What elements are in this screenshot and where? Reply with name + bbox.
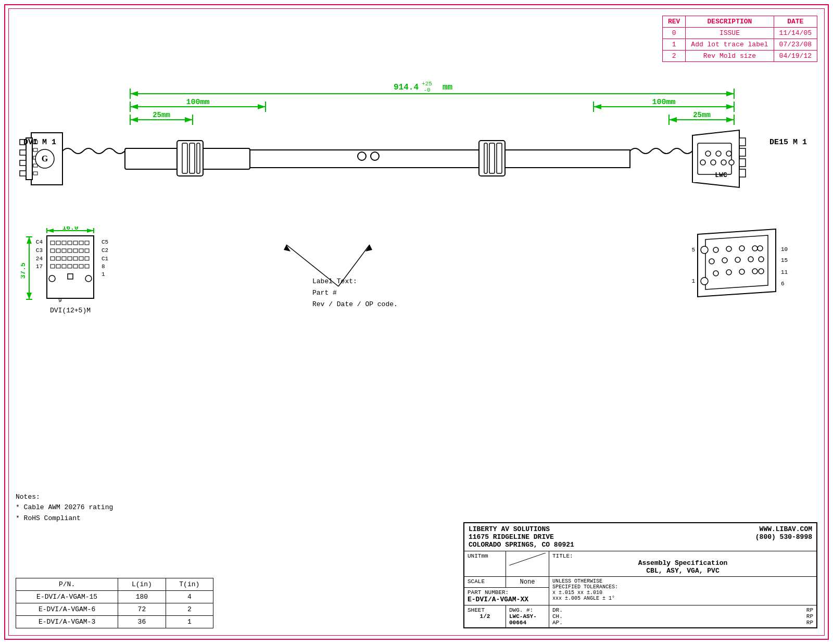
svg-rect-109 <box>62 264 66 268</box>
svg-rect-49 <box>484 143 487 173</box>
svg-text:G: G <box>42 154 48 163</box>
svg-rect-114 <box>68 274 73 279</box>
label-arrows <box>234 203 443 307</box>
svg-point-56 <box>716 151 721 156</box>
svg-text:15: 15 <box>781 257 788 263</box>
svg-marker-25 <box>726 104 734 109</box>
svg-text:-0: -0 <box>423 87 430 93</box>
svg-rect-105 <box>79 257 83 260</box>
svg-rect-100 <box>51 257 55 260</box>
notes-item-2: * RoHS Compliant <box>16 513 113 524</box>
svg-text:1: 1 <box>691 278 695 284</box>
svg-text:914.4: 914.4 <box>394 83 419 92</box>
rev-0: 0 <box>662 28 685 39</box>
svg-rect-102 <box>62 257 66 260</box>
dwg-value: LWC-ASY-00664 <box>509 613 546 626</box>
parts-table: P/N. L(in) T(in) E-DVI/A-VGAM-15 180 4 E… <box>16 578 213 628</box>
svg-text:C3: C3 <box>36 247 43 254</box>
scale-label: SCALE <box>464 577 506 588</box>
svg-line-157 <box>509 553 546 565</box>
svg-point-47 <box>371 152 379 160</box>
svg-text:5: 5 <box>691 247 695 253</box>
rev-0-desc: ISSUE <box>686 28 774 39</box>
sheet-value: 1/2 <box>468 613 502 620</box>
svg-rect-91 <box>79 241 83 245</box>
svg-line-155 <box>338 245 370 286</box>
svg-rect-108 <box>56 264 60 268</box>
svg-rect-54 <box>698 143 731 174</box>
svg-rect-98 <box>79 249 83 252</box>
svg-rect-93 <box>51 249 55 252</box>
svg-point-136 <box>722 258 727 263</box>
scale-value: None <box>506 577 549 588</box>
company-address2: COLORADO SPRINGS, CO 80921 <box>469 541 574 549</box>
svg-text:100mm: 100mm <box>186 98 209 107</box>
company-address1: 11675 RIDGELINE DRIVE <box>469 533 554 541</box>
part-row-1-pn: E-DVI/A-VGAM-15 <box>16 591 118 603</box>
dvi-label: DVI M 1 <box>23 138 56 147</box>
company-phone: (800) 530-8998 <box>755 533 812 541</box>
svg-point-131 <box>726 246 731 251</box>
rev-table: REV DESCRIPTION DATE 0 ISSUE 11/14/05 1 … <box>662 16 817 62</box>
svg-rect-107 <box>51 264 55 268</box>
svg-marker-19 <box>185 117 193 122</box>
rev-header: REV <box>662 16 685 28</box>
company-name: LIBERTY AV SOLUTIONS <box>469 525 550 533</box>
dvi-detail: 16.0 37.5 C4 C3 24 17 C5 C2 C1 8 1 9 <box>21 226 146 331</box>
svg-point-133 <box>752 246 758 251</box>
svg-rect-97 <box>73 249 78 252</box>
title-label: TITLE: <box>552 553 813 559</box>
svg-point-146 <box>701 277 708 285</box>
svg-marker-30 <box>669 117 677 122</box>
svg-rect-112 <box>79 264 83 268</box>
svg-marker-13 <box>258 104 266 109</box>
part-row-1-t: 4 <box>166 591 213 603</box>
dr-label: DR. <box>552 607 563 613</box>
svg-text:17: 17 <box>36 263 43 270</box>
svg-rect-69 <box>20 160 26 166</box>
svg-text:LWC: LWC <box>715 171 727 179</box>
svg-point-61 <box>729 160 734 165</box>
svg-rect-88 <box>62 241 66 245</box>
part-row-2-l: 72 <box>118 603 166 616</box>
svg-rect-64 <box>739 148 746 156</box>
part-row-3-t: 1 <box>166 616 213 628</box>
svg-point-142 <box>739 269 744 274</box>
svg-rect-90 <box>73 241 78 245</box>
svg-marker-82 <box>27 237 32 244</box>
svg-rect-42 <box>182 143 187 173</box>
svg-point-55 <box>705 151 711 156</box>
svg-rect-99 <box>85 249 89 252</box>
svg-point-116 <box>85 275 92 282</box>
svg-rect-103 <box>68 257 72 260</box>
svg-rect-52 <box>505 150 630 168</box>
rev-1: 1 <box>662 39 685 50</box>
title-line2: CBL, ASY, VGA, PVC <box>552 567 813 575</box>
svg-rect-70 <box>20 171 26 176</box>
svg-point-137 <box>735 257 740 262</box>
svg-rect-63 <box>739 138 746 146</box>
rev-1-desc: Add lot trace label <box>686 39 774 50</box>
part-number: E-DVI/A-VGAM-XX <box>468 596 546 603</box>
dwg-label: DWG. #: <box>509 607 546 613</box>
ch-value: RP <box>806 613 813 620</box>
company-website: WWW.LIBAV.COM <box>760 525 812 533</box>
svg-marker-77 <box>87 229 94 233</box>
title-block: LIBERTY AV SOLUTIONS WWW.LIBAV.COM 11675… <box>463 522 817 628</box>
svg-rect-86 <box>51 241 55 245</box>
svg-text:+25: +25 <box>422 81 432 87</box>
svg-rect-65 <box>739 159 746 167</box>
notes-section: Notes: * Cable AWM 20276 rating * RoHS C… <box>16 492 113 524</box>
svg-point-135 <box>709 259 714 264</box>
svg-rect-113 <box>85 264 89 268</box>
sheet-label: SHEET <box>468 607 502 613</box>
rev-1-date: 07/23/08 <box>774 39 817 50</box>
desc-header: DESCRIPTION <box>686 16 774 28</box>
part-row-2-pn: E-DVI/A-VGAM-6 <box>16 603 118 616</box>
svg-rect-66 <box>739 169 746 177</box>
svg-text:C1: C1 <box>102 256 109 262</box>
unit-label: UNITmm <box>468 553 502 559</box>
svg-point-139 <box>759 257 764 262</box>
svg-point-57 <box>726 151 731 156</box>
part-number-label: PART NUMBER: <box>468 589 546 596</box>
